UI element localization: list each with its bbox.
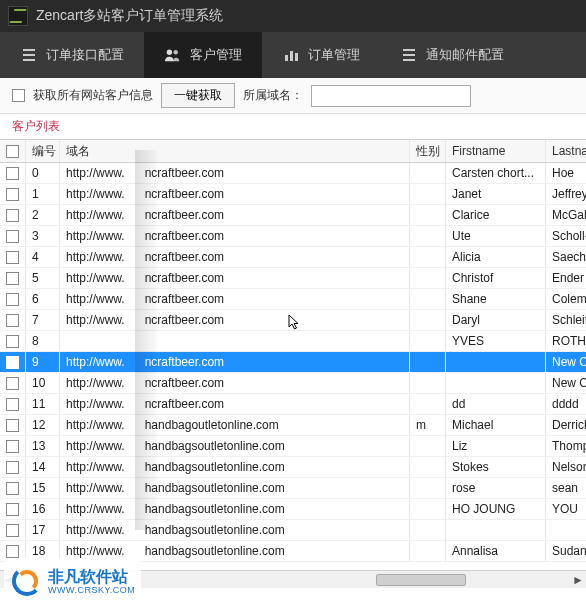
cell-firstname: dd — [446, 394, 546, 414]
toolbar: 获取所有网站客户信息 一键获取 所属域名： — [0, 78, 586, 114]
table-row[interactable]: 11http://www.ncraftbeer.comdddddd — [0, 394, 586, 415]
row-checkbox[interactable] — [6, 419, 19, 432]
row-checkbox[interactable] — [6, 545, 19, 558]
table-row[interactable]: 6http://www.ncraftbeer.comShaneColeman — [0, 289, 586, 310]
cell-firstname: Christof — [446, 268, 546, 288]
cell-gender — [410, 247, 446, 267]
table-row[interactable]: 7http://www.ncraftbeer.comDarylSchleif — [0, 310, 586, 331]
row-checkbox[interactable] — [6, 293, 19, 306]
cell-gender — [410, 499, 446, 519]
table-row[interactable]: 14http://www.handbagsoutletonline.comSto… — [0, 457, 586, 478]
scroll-right-arrow[interactable]: ► — [570, 572, 586, 588]
cell-firstname — [446, 352, 546, 372]
header-gender[interactable]: 性别 — [410, 140, 446, 162]
cell-gender — [410, 436, 446, 456]
cell-gender — [410, 457, 446, 477]
row-checkbox[interactable] — [6, 503, 19, 516]
row-checkbox[interactable] — [6, 335, 19, 348]
cell-gender — [410, 226, 446, 246]
tabbar: 订单接口配置客户管理订单管理通知邮件配置 — [0, 32, 586, 78]
cell-gender — [410, 268, 446, 288]
cell-id: 7 — [26, 310, 60, 330]
row-checkbox[interactable] — [6, 377, 19, 390]
cell-firstname: rose — [446, 478, 546, 498]
row-checkbox[interactable] — [6, 314, 19, 327]
table-row[interactable]: 3http://www.ncraftbeer.comUteScholl-Ha — [0, 226, 586, 247]
header-domain[interactable]: 域名 — [60, 140, 410, 162]
bars-icon — [282, 46, 300, 64]
cell-firstname: Stokes — [446, 457, 546, 477]
row-checkbox[interactable] — [6, 524, 19, 537]
tab-客户管理[interactable]: 客户管理 — [144, 32, 262, 78]
table-row[interactable]: 9http://www.ncraftbeer.comNew Cust — [0, 352, 586, 373]
cell-domain: http://www.ncraftbeer.com — [60, 289, 410, 309]
fetch-all-checkbox[interactable] — [12, 89, 25, 102]
table-row[interactable]: 4http://www.ncraftbeer.comAliciaSaechao — [0, 247, 586, 268]
cell-id: 17 — [26, 520, 60, 540]
cell-firstname: HO JOUNG — [446, 499, 546, 519]
svg-rect-2 — [285, 55, 288, 61]
cell-lastname: Sudano — [546, 541, 586, 561]
row-checkbox[interactable] — [6, 230, 19, 243]
cell-id: 2 — [26, 205, 60, 225]
header-checkbox-col — [0, 140, 26, 162]
row-checkbox[interactable] — [6, 167, 19, 180]
list-icon — [20, 46, 38, 64]
row-checkbox[interactable] — [6, 461, 19, 474]
cell-gender — [410, 478, 446, 498]
cell-firstname — [446, 373, 546, 393]
cell-domain: http://www.handbagsoutletonline.com — [60, 457, 410, 477]
table-row[interactable]: 17http://www.handbagsoutletonline.com — [0, 520, 586, 541]
cell-lastname — [546, 520, 586, 540]
cell-lastname: sean — [546, 478, 586, 498]
table-row[interactable]: 16http://www.handbagsoutletonline.comHO … — [0, 499, 586, 520]
table-row[interactable]: 2http://www.ncraftbeer.comClariceMcGahey — [0, 205, 586, 226]
domain-label: 所属域名： — [243, 87, 303, 104]
row-checkbox[interactable] — [6, 440, 19, 453]
svg-rect-4 — [295, 53, 298, 61]
row-checkbox[interactable] — [6, 272, 19, 285]
row-checkbox[interactable] — [6, 398, 19, 411]
row-checkbox[interactable] — [6, 356, 19, 369]
cell-gender — [410, 352, 446, 372]
tab-通知邮件配置[interactable]: 通知邮件配置 — [380, 32, 524, 78]
table-row[interactable]: 15http://www.handbagsoutletonline.comros… — [0, 478, 586, 499]
tab-订单接口配置[interactable]: 订单接口配置 — [0, 32, 144, 78]
scroll-thumb[interactable] — [376, 574, 466, 586]
cell-domain: http://www.ncraftbeer.com — [60, 205, 410, 225]
cell-id: 5 — [26, 268, 60, 288]
cell-domain: http://www.ncraftbeer.com — [60, 226, 410, 246]
header-lastname[interactable]: Lastname — [546, 140, 586, 162]
select-all-checkbox[interactable] — [6, 145, 19, 158]
app-title: Zencart多站客户订单管理系统 — [36, 7, 223, 25]
cell-lastname: Saechao — [546, 247, 586, 267]
cell-gender — [410, 394, 446, 414]
row-checkbox[interactable] — [6, 482, 19, 495]
fetch-button[interactable]: 一键获取 — [161, 83, 235, 108]
table-row[interactable]: 0http://www.ncraftbeer.comCarsten chort.… — [0, 163, 586, 184]
cell-id: 13 — [26, 436, 60, 456]
domain-input[interactable] — [311, 85, 471, 107]
header-id[interactable]: 编号 — [26, 140, 60, 162]
cell-firstname: Carsten chort... — [446, 163, 546, 183]
table-row[interactable]: 5http://www.ncraftbeer.comChristofEnder — [0, 268, 586, 289]
cell-gender — [410, 289, 446, 309]
cell-lastname: New Cust — [546, 373, 586, 393]
table-row[interactable]: 13http://www.handbagsoutletonline.comLiz… — [0, 436, 586, 457]
tab-label: 通知邮件配置 — [426, 46, 504, 64]
row-checkbox[interactable] — [6, 251, 19, 264]
table-row[interactable]: 12http://www.handbagoutletonline.commMic… — [0, 415, 586, 436]
cell-id: 10 — [26, 373, 60, 393]
table-row[interactable]: 8YVESROTH — [0, 331, 586, 352]
cell-firstname: Shane — [446, 289, 546, 309]
header-firstname[interactable]: Firstname — [446, 140, 546, 162]
cell-domain — [60, 331, 410, 351]
tab-订单管理[interactable]: 订单管理 — [262, 32, 380, 78]
table-body: 0http://www.ncraftbeer.comCarsten chort.… — [0, 163, 586, 562]
table-row[interactable]: 10http://www.ncraftbeer.comNew Cust — [0, 373, 586, 394]
cell-gender — [410, 184, 446, 204]
row-checkbox[interactable] — [6, 188, 19, 201]
table-row[interactable]: 1http://www.ncraftbeer.comJanetJeffrey — [0, 184, 586, 205]
row-checkbox[interactable] — [6, 209, 19, 222]
cell-domain: http://www.ncraftbeer.com — [60, 352, 410, 372]
